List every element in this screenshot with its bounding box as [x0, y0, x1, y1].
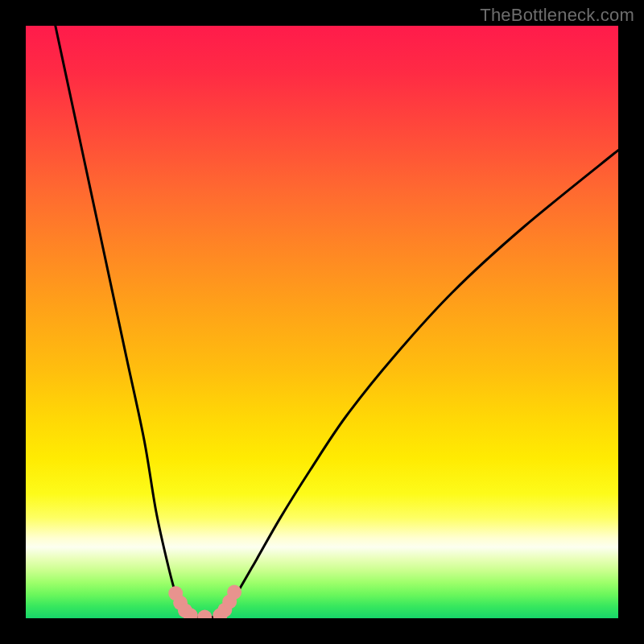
- plot-area: [26, 26, 618, 618]
- chart-frame: TheBottleneck.com: [0, 0, 644, 644]
- curve-layer: [26, 26, 618, 618]
- watermark-text: TheBottleneck.com: [480, 5, 634, 26]
- marker-dot: [197, 610, 212, 618]
- marker-dot: [227, 585, 242, 600]
- bottleneck-curve-right: [220, 151, 618, 617]
- bottleneck-curve-left: [56, 26, 191, 616]
- marker-group: [168, 585, 242, 618]
